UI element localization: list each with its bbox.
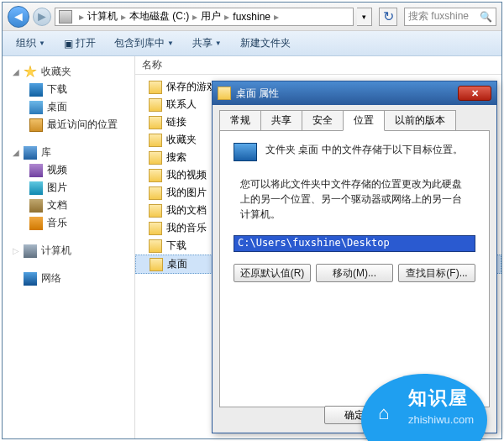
network-icon	[24, 272, 37, 286]
column-header[interactable]: 名称	[135, 56, 501, 75]
library-icon	[24, 146, 37, 160]
favorites-group[interactable]: ◢收藏夹	[3, 63, 134, 81]
watermark-badge: ⌂ 知识屋 zhishiwu.com	[361, 375, 504, 441]
open-button[interactable]: ▣打开	[55, 34, 104, 53]
crumb[interactable]: 计算机	[87, 9, 118, 24]
tab-strip: 常规 共享 安全 位置 以前的版本	[213, 105, 496, 130]
folder-icon	[149, 239, 162, 253]
picture-icon	[29, 181, 43, 195]
dialog-title: 桌面 属性	[236, 87, 279, 101]
folder-icon	[149, 169, 162, 182]
tab-general[interactable]: 常规	[219, 110, 261, 130]
sidebar-item-music[interactable]: 音乐	[3, 214, 134, 232]
desktop-icon	[29, 101, 43, 114]
restore-default-button[interactable]: 还原默认值(R)	[234, 264, 311, 282]
path-input[interactable]: C:\Users\fuxshine\Desktop	[234, 235, 475, 252]
sidebar-item-documents[interactable]: 文档	[3, 197, 134, 214]
crumb[interactable]: 用户	[201, 9, 221, 24]
monitor-icon	[234, 143, 257, 161]
search-icon: 🔍	[480, 11, 492, 23]
breadcrumb-dropdown[interactable]: ▾	[357, 8, 372, 26]
breadcrumb[interactable]: ▸ 计算机▸ 本地磁盘 (C:)▸ 用户▸ fuxshine▸	[55, 8, 354, 26]
folder-icon	[149, 186, 162, 200]
tab-content: 文件夹 桌面 中的文件存储于以下目标位置。 您可以将此文件夹中文件存储的位置更改…	[219, 130, 490, 407]
computer-icon	[59, 10, 72, 24]
search-placeholder: 搜索 fuxshine	[408, 9, 469, 24]
forward-button[interactable]: ►	[33, 8, 51, 26]
tab-previous[interactable]: 以前的版本	[384, 110, 456, 130]
folder-icon	[218, 87, 231, 100]
folder-icon	[149, 116, 162, 129]
back-button[interactable]: ◄	[8, 6, 29, 28]
badge-title: 知识屋	[408, 386, 469, 411]
tab-sharing[interactable]: 共享	[260, 110, 302, 130]
tab-location[interactable]: 位置	[343, 110, 385, 131]
sidebar-item-recent[interactable]: 最近访问的位置	[3, 116, 134, 134]
computer-group[interactable]: ▷计算机	[3, 242, 134, 260]
dialog-titlebar[interactable]: 桌面 属性 ✕	[213, 81, 496, 105]
location-text-2: 您可以将此文件夹中文件存储的位置更改为此硬盘上的另一个位置、另一个驱动器或网络上…	[240, 176, 469, 222]
folder-icon	[149, 204, 162, 218]
move-button[interactable]: 移动(M)...	[316, 264, 393, 282]
music-icon	[29, 217, 43, 230]
include-menu[interactable]: 包含到库中▼	[106, 34, 182, 53]
find-target-button[interactable]: 查找目标(F)...	[398, 264, 475, 282]
sidebar-item-downloads[interactable]: 下载	[3, 81, 134, 98]
document-icon	[29, 199, 43, 213]
refresh-button[interactable]: ↻	[379, 8, 397, 26]
newfolder-button[interactable]: 新建文件夹	[232, 34, 299, 53]
crumb[interactable]: fuxshine	[233, 11, 270, 23]
libraries-group[interactable]: ◢库	[3, 144, 134, 161]
command-bar: 组织▼ ▣打开 包含到库中▼ 共享▼ 新建文件夹	[3, 31, 501, 56]
download-icon	[29, 83, 43, 97]
folder-icon	[149, 222, 162, 235]
sidebar-item-pictures[interactable]: 图片	[3, 179, 134, 197]
location-text-1: 文件夹 桌面 中的文件存储于以下目标位置。	[265, 143, 463, 157]
star-icon	[24, 66, 37, 79]
folder-icon	[149, 134, 162, 147]
folder-icon	[149, 98, 162, 112]
house-icon: ⌂	[378, 402, 389, 424]
organize-menu[interactable]: 组织▼	[8, 34, 54, 53]
share-menu[interactable]: 共享▼	[184, 34, 230, 53]
folder-icon	[149, 81, 162, 94]
video-icon	[29, 164, 43, 177]
crumb[interactable]: 本地磁盘 (C:)	[129, 9, 189, 24]
computer-icon	[24, 244, 37, 258]
tab-security[interactable]: 安全	[302, 110, 344, 130]
close-button[interactable]: ✕	[458, 86, 491, 101]
badge-url: zhishiwu.com	[408, 413, 474, 426]
folder-icon	[150, 258, 163, 271]
search-input[interactable]: 搜索 fuxshine 🔍	[404, 8, 496, 26]
folder-icon	[149, 151, 162, 165]
sidebar-item-desktop[interactable]: 桌面	[3, 98, 134, 116]
nav-bar: ◄ ► ▸ 计算机▸ 本地磁盘 (C:)▸ 用户▸ fuxshine▸ ▾ ↻ …	[3, 3, 501, 31]
sidebar-item-videos[interactable]: 视频	[3, 161, 134, 179]
nav-pane: ◢收藏夹 下载 桌面 最近访问的位置 ◢库 视频 图片 文档 音乐 ▷计算机 ▷…	[3, 56, 135, 438]
network-group[interactable]: ▷网络	[3, 270, 134, 287]
recent-icon	[29, 118, 43, 132]
